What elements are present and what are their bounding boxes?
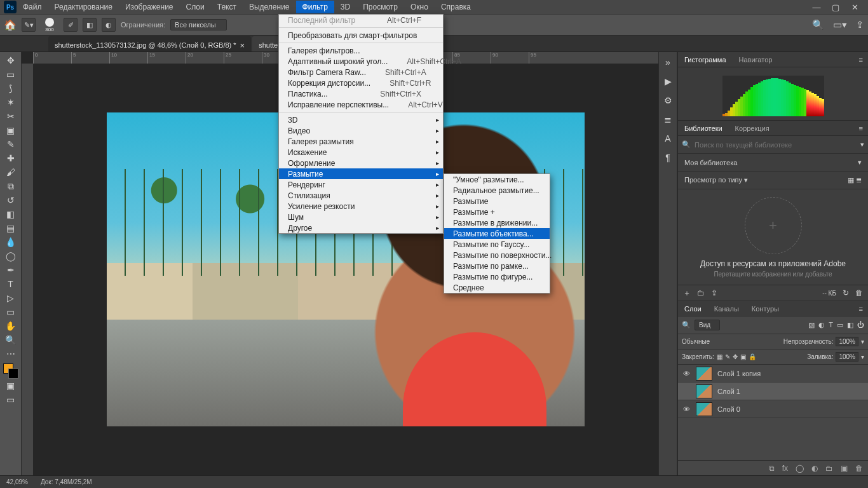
- menu-окно[interactable]: Окно: [404, 1, 435, 13]
- tab-paths[interactable]: Контуры: [745, 302, 785, 316]
- menu-3d[interactable]: 3D: [334, 1, 356, 13]
- menu-item[interactable]: Размытие: [444, 196, 550, 207]
- visibility-icon[interactable]: 👁: [682, 405, 691, 413]
- minimize-button[interactable]: —: [807, 3, 826, 12]
- restore-button[interactable]: ▢: [826, 3, 845, 12]
- grid-view-icon[interactable]: ▦: [848, 176, 854, 184]
- menu-слои[interactable]: Слои: [180, 1, 211, 13]
- blend-mode-select[interactable]: Обычные: [682, 338, 781, 345]
- library-select[interactable]: Моя библиотека ▾: [678, 154, 868, 172]
- collapse-icon[interactable]: »: [665, 57, 670, 67]
- quick-select-tool[interactable]: ✶: [2, 95, 20, 109]
- library-view[interactable]: Просмотр по типу ▾ ▦ ≣: [678, 172, 868, 189]
- dodge-tool[interactable]: ◯: [2, 249, 20, 263]
- shape-tool[interactable]: ▭: [2, 305, 20, 319]
- menu-просмотр[interactable]: Просмотр: [356, 1, 404, 13]
- menu-item[interactable]: Размытие: [279, 168, 443, 179]
- hand-tool[interactable]: ✋: [2, 319, 20, 333]
- menu-item[interactable]: Преобразовать для смарт-фильтров: [279, 30, 443, 41]
- menu-изображение[interactable]: Изображение: [119, 1, 180, 13]
- background-color[interactable]: [8, 369, 18, 379]
- lock-brush-icon[interactable]: ✎: [725, 353, 730, 360]
- gradient-tool[interactable]: ▤: [2, 221, 20, 235]
- eyedropper-tool[interactable]: ✎: [2, 137, 20, 151]
- close-icon[interactable]: ×: [240, 41, 245, 50]
- airbrush-icon[interactable]: ◐: [102, 18, 116, 32]
- menu-выделение[interactable]: Выделение: [243, 1, 296, 13]
- add-content-icon[interactable]: ＋: [683, 288, 691, 299]
- menu-item[interactable]: Оформление: [279, 158, 443, 168]
- menu-редактирование[interactable]: Редактирование: [48, 1, 119, 13]
- share-icon[interactable]: ⇪: [856, 19, 864, 30]
- menu-item[interactable]: Галерея размытия: [279, 136, 443, 147]
- menu-item[interactable]: Коррекция дисторсии...Shift+Ctrl+R: [279, 78, 443, 88]
- menu-item[interactable]: Радиальное размытие...: [444, 185, 550, 196]
- stamp-tool[interactable]: ⧉: [2, 179, 20, 193]
- home-icon[interactable]: 🏠: [4, 19, 17, 31]
- menu-item[interactable]: Видео: [279, 125, 443, 136]
- menu-текст[interactable]: Текст: [211, 1, 243, 13]
- brush-tool[interactable]: 🖌: [2, 165, 20, 179]
- panel-menu-icon[interactable]: ≡: [854, 305, 868, 313]
- layer-mask-icon[interactable]: ◯: [796, 464, 804, 473]
- menu-item[interactable]: Размытие по рамке...: [444, 261, 550, 271]
- layers-icon[interactable]: ≣: [664, 114, 672, 125]
- menu-item[interactable]: Фильтр Camera Raw...Shift+Ctrl+A: [279, 67, 443, 78]
- zoom-tool[interactable]: 🔍: [2, 333, 20, 347]
- library-search-input[interactable]: [695, 141, 857, 149]
- lock-pixels-icon[interactable]: ▦: [717, 353, 722, 360]
- adjustments-icon[interactable]: ⚙: [664, 95, 672, 105]
- upload-icon[interactable]: ⇪: [711, 288, 717, 297]
- more-tools[interactable]: ⋯: [2, 347, 20, 361]
- close-button[interactable]: ✕: [845, 3, 864, 12]
- visibility-icon[interactable]: 👁: [682, 370, 691, 377]
- panel-menu-icon[interactable]: ≡: [854, 56, 868, 64]
- sync-icon[interactable]: ↻: [843, 288, 849, 297]
- trash-icon[interactable]: 🗑: [855, 288, 863, 297]
- menu-item[interactable]: "Умное" размытие...: [444, 174, 550, 185]
- path-tool[interactable]: ▷: [2, 291, 20, 305]
- menu-item[interactable]: Размытие по Гауссу...: [444, 239, 550, 250]
- lasso-tool[interactable]: ⟆: [2, 81, 20, 95]
- brush-preview[interactable]: 800: [41, 16, 58, 34]
- menu-item[interactable]: Исправление перспективы...Alt+Ctrl+V: [279, 99, 443, 110]
- history-brush-tool[interactable]: ↺: [2, 193, 20, 207]
- tool-preset-icon[interactable]: ✎▾: [22, 18, 36, 32]
- adjustment-layer-icon[interactable]: ◐: [811, 464, 818, 473]
- move-tool[interactable]: ✥: [2, 53, 20, 67]
- list-view-icon[interactable]: ≣: [856, 176, 862, 184]
- group-icon[interactable]: 🗀: [825, 464, 833, 473]
- crop-tool[interactable]: ✂: [2, 109, 20, 123]
- play-icon[interactable]: ▶: [665, 76, 672, 86]
- menu-item[interactable]: Другое: [279, 222, 443, 233]
- menu-файл[interactable]: Файл: [17, 1, 48, 13]
- zoom-level[interactable]: 42,09%: [6, 478, 28, 485]
- pen-tool[interactable]: ✒: [2, 263, 20, 277]
- brush-settings-icon[interactable]: ✐: [64, 18, 78, 32]
- menu-item[interactable]: Адаптивный широкий угол...Alt+Shift+Ctrl…: [279, 56, 443, 67]
- workspace-icon[interactable]: ▭▾: [833, 19, 847, 30]
- layer-fx-icon[interactable]: fx: [782, 464, 788, 473]
- marquee-tool[interactable]: ▭: [2, 67, 20, 81]
- menu-справка[interactable]: Справка: [435, 1, 477, 13]
- search-icon[interactable]: 🔍: [812, 19, 824, 30]
- opacity-value[interactable]: 100%: [836, 337, 858, 346]
- layer-kind-select[interactable]: Вид: [695, 320, 720, 330]
- type-tool[interactable]: T: [2, 277, 20, 291]
- filter-adjust-icon[interactable]: ◐: [818, 321, 825, 329]
- menu-item[interactable]: Размытие в движении...: [444, 217, 550, 228]
- link-layers-icon[interactable]: ⧉: [769, 464, 775, 473]
- menu-item[interactable]: Шум: [279, 212, 443, 222]
- lock-artboard-icon[interactable]: ▣: [740, 353, 746, 360]
- layer-row[interactable]: 👁Слой 0: [678, 400, 868, 418]
- color-swatch[interactable]: [3, 363, 18, 379]
- fill-value[interactable]: 100%: [836, 352, 858, 362]
- tab-corrections[interactable]: Коррекция: [729, 121, 776, 135]
- tab-libraries[interactable]: Библиотеки: [678, 121, 729, 135]
- chevron-down-icon[interactable]: ▾: [860, 140, 864, 149]
- menu-item[interactable]: Галерея фильтров...: [279, 45, 443, 56]
- library-dropzone[interactable]: + Доступ к ресурсам из приложений Adobe …: [678, 189, 868, 285]
- lock-position-icon[interactable]: ✥: [733, 353, 738, 360]
- filter-smart-icon[interactable]: ◧: [847, 321, 853, 329]
- eraser-tool[interactable]: ◧: [2, 207, 20, 221]
